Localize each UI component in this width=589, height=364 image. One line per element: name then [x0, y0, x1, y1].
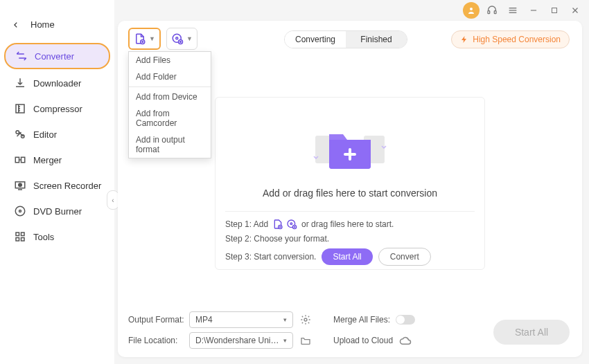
menu-icon[interactable]: [504, 2, 521, 19]
close-button[interactable]: [567, 2, 583, 19]
folder-open-icon[interactable]: [299, 335, 313, 346]
hsc-label: High Speed Conversion: [473, 35, 561, 44]
sidebar-item-label: Compressor: [33, 104, 82, 114]
sidebar-item-tools[interactable]: Tools: [4, 225, 110, 248]
sidebar-item-converter[interactable]: Converter: [4, 43, 110, 69]
bolt-icon: [460, 35, 468, 44]
dropdown-item-add-folder[interactable]: Add Folder: [129, 69, 211, 85]
svg-rect-23: [16, 238, 19, 242]
dropzone[interactable]: Add or drag files here to start conversi…: [215, 97, 485, 270]
back-icon: [12, 21, 24, 28]
svg-point-11: [16, 131, 19, 134]
add-disc-icon: [286, 219, 297, 230]
folder-illustration: [225, 111, 475, 181]
dropdown-item-add-from-device[interactable]: Add from Device: [129, 89, 211, 105]
divider: [225, 211, 475, 212]
svg-rect-1: [488, 11, 490, 14]
avatar[interactable]: [463, 2, 480, 19]
caret-down-icon: ▾: [283, 337, 287, 344]
dropdown-item-add-in-output-format[interactable]: Add in output format: [129, 131, 211, 158]
output-format-value: MP4: [195, 315, 213, 325]
main-panel: ▼ ▼ Add Files Add Folder Add from Device…: [118, 21, 582, 357]
add-disc-dropdown-button[interactable]: ▼: [166, 28, 197, 50]
steps: Step 1: Add or drag files here to start.…: [225, 219, 475, 266]
upload-label: Upload to Cloud: [333, 336, 393, 345]
merge-toggle[interactable]: [396, 315, 415, 325]
add-file-icon: [272, 219, 283, 230]
svg-point-0: [470, 8, 473, 10]
sidebar-item-label: Tools: [33, 232, 54, 242]
home-label: Home: [30, 19, 55, 30]
tab-converting[interactable]: Converting: [285, 31, 346, 48]
settings-icon[interactable]: [299, 314, 313, 325]
add-file-dropdown-menu: Add Files Add Folder Add from Device Add…: [128, 51, 211, 158]
step-2: Step 2: Choose your format.: [225, 234, 475, 244]
sidebar-item-label: Merger: [33, 155, 62, 165]
minimize-button[interactable]: [525, 2, 542, 19]
svg-point-29: [176, 37, 178, 39]
svg-rect-2: [494, 11, 496, 14]
dropdown-item-add-files[interactable]: Add Files: [129, 52, 211, 69]
status-segmented: Converting Finished: [284, 30, 407, 48]
svg-point-17: [19, 183, 22, 187]
cloud-icon[interactable]: [398, 336, 412, 345]
merge-label: Merge All Files:: [333, 315, 390, 325]
home-nav[interactable]: Home: [0, 14, 114, 41]
step-3: Step 3: Start conversion. Start All Conv…: [225, 248, 475, 266]
divider: [129, 87, 211, 87]
headset-icon[interactable]: [484, 2, 500, 19]
sidebar-item-label: Editor: [33, 129, 57, 140]
dropzone-title: Add or drag files here to start conversi…: [225, 188, 475, 199]
tools-icon: [12, 230, 28, 243]
downloader-icon: [12, 77, 28, 89]
sidebar-item-label: Converter: [35, 51, 74, 62]
convert-button[interactable]: Convert: [378, 248, 431, 266]
output-format-select[interactable]: MP4 ▾: [189, 311, 293, 328]
svg-point-20: [19, 210, 21, 212]
sidebar-item-editor[interactable]: Editor: [4, 122, 110, 146]
step3-label: Step 3: Start conversion.: [225, 252, 316, 262]
step-1: Step 1: Add or drag files here to start.: [225, 219, 475, 230]
svg-rect-13: [15, 157, 19, 163]
dvd-burner-icon: [12, 205, 28, 217]
file-location-select[interactable]: D:\Wondershare UniConverter 1 ▾: [189, 332, 293, 349]
step1-suffix: or drag files here to start.: [301, 219, 394, 229]
add-file-icon: [134, 33, 146, 45]
high-speed-conversion-button[interactable]: High Speed Conversion: [451, 30, 570, 48]
file-location-label: File Location:: [128, 336, 189, 345]
add-disc-icon: [171, 33, 184, 45]
step1-prefix: Step 1: Add: [225, 219, 268, 229]
merger-icon: [12, 154, 28, 166]
svg-rect-24: [21, 238, 25, 242]
converter-icon: [14, 50, 29, 62]
file-location-value: D:\Wondershare UniConverter 1: [195, 336, 283, 345]
add-file-dropdown-button[interactable]: ▼: [128, 28, 161, 50]
screen-recorder-icon: [12, 179, 28, 192]
tab-finished[interactable]: Finished: [346, 31, 407, 48]
svg-rect-21: [16, 233, 19, 236]
editor-icon: [12, 128, 28, 140]
sidebar-item-downloader[interactable]: Downloader: [4, 71, 110, 95]
svg-rect-14: [21, 157, 25, 163]
sidebar-item-label: Screen Recorder: [33, 181, 101, 191]
svg-point-41: [290, 223, 292, 225]
svg-point-19: [15, 206, 25, 216]
caret-down-icon: ▾: [283, 316, 287, 323]
compressor-icon: [12, 102, 28, 115]
caret-down-icon: ▼: [186, 35, 193, 42]
maximize-button[interactable]: [546, 2, 563, 19]
sidebar-item-screen-recorder[interactable]: Screen Recorder: [4, 174, 110, 197]
dropdown-item-add-from-camcorder[interactable]: Add from Camcorder: [129, 105, 211, 131]
toolbar: ▼ ▼: [128, 28, 197, 50]
sidebar-item-dvd-burner[interactable]: DVD Burner: [4, 199, 110, 223]
sidebar-item-merger[interactable]: Merger: [4, 148, 110, 172]
footer-start-all-button[interactable]: Start All: [493, 320, 570, 345]
start-all-button[interactable]: Start All: [322, 248, 372, 265]
sidebar-item-compressor[interactable]: Compressor: [4, 97, 110, 120]
svg-point-45: [304, 318, 307, 321]
sidebar-item-label: DVD Burner: [33, 206, 82, 217]
caret-down-icon: ▼: [149, 35, 155, 42]
output-format-label: Output Format:: [128, 315, 189, 325]
sidebar-item-label: Downloader: [33, 78, 81, 89]
svg-rect-7: [552, 8, 557, 13]
